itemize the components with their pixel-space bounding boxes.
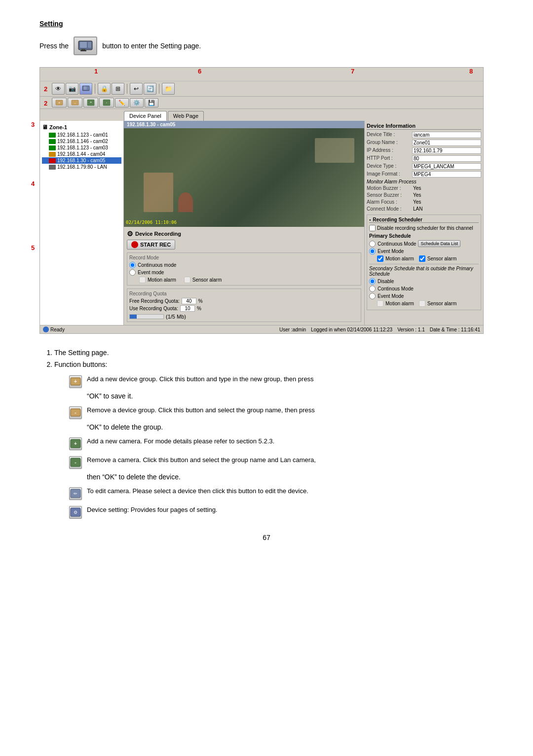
sec-event-radio[interactable] (369, 293, 376, 299)
label-3: 3 (31, 121, 35, 128)
cam-icon-lan (49, 165, 56, 170)
sec-disable-radio[interactable] (369, 278, 376, 285)
device-type-label: Device Type : (367, 163, 411, 169)
start-rec-button[interactable]: START REC (127, 240, 175, 250)
center-panel: 192.168.1.30 - cam05 02/14/2006 11:10:06… (124, 121, 365, 325)
function-buttons-row: 2 + - + - ✏️ ⚙️ 💾 (40, 97, 483, 109)
press-the-text: Press the (39, 42, 69, 50)
sec-motion-alarm-checkbox[interactable] (377, 300, 383, 307)
btn3-text: Add a new camera. For mode details pleas… (87, 437, 274, 445)
room-object-shelf (315, 138, 354, 163)
cam-icon-red (49, 158, 56, 163)
sched-sensor-alarm-label: Sensor alarm (427, 256, 457, 261)
toolbar-btn-photo[interactable]: 📷 (66, 83, 78, 95)
toolbar-btn-undo[interactable]: ↩ (130, 83, 143, 95)
device-tree-panel: 🖥 Zone-1 192.168.1.123 - cam01 192.168.1… (40, 121, 124, 325)
label-4: 4 (31, 180, 35, 187)
http-label: HTTP Port : (367, 155, 411, 161)
tree-group-zone1[interactable]: 🖥 Zone-1 (42, 123, 121, 132)
func-btn-device-settings[interactable]: ⚙️ (130, 98, 144, 108)
toolbar-btn-folder[interactable]: 📁 (162, 83, 175, 95)
sec-continous-radio[interactable] (369, 286, 376, 292)
disable-scheduler-checkbox[interactable] (369, 225, 376, 231)
toolbar-btn-grid[interactable]: ⊞ (112, 83, 124, 95)
device-info-title: Device Information (367, 123, 481, 130)
setting-icon-button[interactable] (74, 36, 97, 55)
sched-sensor-alarm-checkbox[interactable] (419, 255, 425, 262)
edit-camera-icon: ✏ (69, 487, 82, 500)
monitor-alarm-title: Monitor Alarm Process (367, 179, 481, 184)
label-6: 6 (198, 68, 201, 75)
sec-continous-row: Continous Mode (369, 286, 479, 292)
use-quota-label: Use Recording Quota: (129, 306, 178, 311)
status-ready: Ready (43, 326, 65, 332)
btn6-row: ⚙ Device setting: Provides four pages of… (69, 506, 494, 519)
sched-continuous-radio[interactable] (369, 241, 376, 247)
tree-item-lan[interactable]: 192.168.1.79:80 - LAN (42, 164, 121, 170)
status-datetime: Date & Time : 11:16:41 (430, 327, 480, 332)
tree-item-cam01[interactable]: 192.168.1.123 - cam01 (42, 132, 121, 138)
motion-alarm-row: Motion alarm Sensor alarm (129, 277, 359, 283)
recording-section: ⚙ Device Recording START REC Record Mode… (124, 227, 364, 325)
cam-icon-green (49, 133, 56, 138)
toolbar-btn-settings[interactable] (79, 83, 92, 95)
svg-text:+: + (90, 100, 92, 105)
use-quota-row: Use Recording Quota: 10 % (129, 305, 359, 312)
primary-schedule-label: Primary Schedule (369, 233, 479, 239)
tree-item-cam03[interactable]: 192.168.1.123 - cam03 (42, 144, 121, 151)
sec-continous-label: Continous Mode (378, 286, 414, 291)
label-2-func: 2 (44, 100, 47, 107)
camera-timestamp: 02/14/2006 11:10:06 (126, 220, 177, 225)
func-btn-add-camera[interactable]: + (83, 98, 98, 108)
func-btn-edit[interactable]: ✏️ (115, 98, 129, 108)
screenshot-container: 1 6 7 8 2 👁 📷 🔒 ⊞ ↩ 🔄 📁 2 (39, 67, 484, 334)
func-btn-add-group[interactable]: + (52, 98, 67, 108)
sensor-alarm-label: Sensor alarm (192, 277, 222, 283)
svg-text:+: + (74, 379, 77, 384)
tree-item-cam05[interactable]: 192.168.1.30 - cam05 (42, 157, 121, 164)
func-btn-save[interactable]: 💾 (145, 98, 158, 108)
btn4-text: Remove a camera. Click this button and s… (87, 456, 316, 464)
continuous-mode-radio[interactable] (129, 262, 136, 268)
sensor-alarm-checkbox[interactable] (184, 277, 190, 283)
connect-mode-value: LAN (412, 206, 481, 212)
schedule-data-list-btn[interactable]: Schedule Data List (418, 240, 460, 247)
sched-continuous-row: Continuous Mode Schedule Data List (369, 240, 479, 247)
free-quota-label: Free Recording Quota: (129, 298, 180, 304)
camera-feed (124, 128, 364, 227)
motion-alarm-checkbox[interactable] (139, 277, 146, 283)
cam-icon-green-3 (49, 145, 56, 150)
alarm-focus-row: Alarm Focus : Yes (367, 199, 481, 205)
toolbar-btn-eye[interactable]: 👁 (52, 83, 65, 95)
toolbar-separator-1 (95, 84, 95, 94)
device-title-label: Device Title : (367, 132, 411, 137)
func-btn-remove-group[interactable]: - (68, 98, 82, 108)
ip-value: 192.160.1.79 (412, 147, 481, 154)
sec-event-label: Event Mode (378, 293, 404, 299)
secondary-schedule-label: Secondary Schedule that is outside the P… (369, 264, 479, 277)
tree-item-cam02[interactable]: 192.168.1.146 - cam02 (42, 138, 121, 144)
func-btn-remove-camera[interactable]: - (99, 98, 114, 108)
use-quota-value: 10 (180, 305, 195, 312)
sched-motion-alarm-checkbox[interactable] (377, 255, 383, 262)
btn2-row: - Remove a device group. Click this butt… (69, 406, 494, 419)
sched-event-radio[interactable] (369, 248, 376, 254)
event-mode-radio[interactable] (129, 269, 136, 276)
svg-text:✏: ✏ (74, 491, 77, 496)
toolbar-btn-redo[interactable]: 🔄 (144, 83, 156, 95)
use-quota-unit: % (197, 306, 201, 311)
tab-web-page[interactable]: Web Page (168, 111, 204, 121)
tree-item-cam04[interactable]: 192.168.1.44 - cam04 (42, 151, 121, 157)
device-type-row: Device Type : MPEG4_LANCAM (367, 163, 481, 170)
tree-group-label: Zone-1 (49, 124, 67, 130)
right-panel: Device Information Device Title : iancam… (365, 121, 483, 325)
tab-device-panel[interactable]: Device Panel (124, 111, 167, 121)
item2-text: Function buttons: (54, 360, 107, 368)
sensor-buzzer-row: Sensor Buzzer : Yes (367, 192, 481, 198)
disable-scheduler-row: Disable recording scheduler for this cha… (369, 225, 479, 231)
toolbar-btn-lock[interactable]: 🔒 (98, 83, 111, 95)
label-2: 2 (44, 85, 47, 93)
sec-sensor-alarm-checkbox[interactable] (419, 300, 425, 307)
quota-title: Recording Quota (129, 291, 359, 296)
sensor-buzzer-label: Sensor Buzzer : (367, 192, 411, 198)
